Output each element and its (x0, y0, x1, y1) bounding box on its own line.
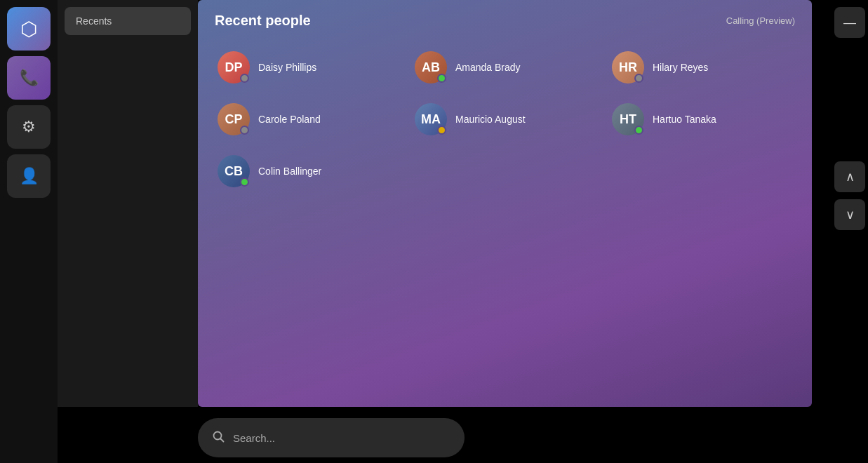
contact-name-carole: Carole Poland (258, 114, 321, 125)
avatar-wrap-colin: CB (218, 155, 250, 187)
contact-amanda[interactable]: AB Amanda Brady (406, 41, 603, 93)
status-dot-colin (240, 177, 249, 187)
minimize-icon: — (843, 15, 856, 30)
contact-colin[interactable]: CB Colin Ballinger (209, 145, 406, 197)
contact-carole[interactable]: CP Carole Poland (209, 93, 406, 145)
profile-icon: 👤 (20, 167, 39, 185)
calls-nav-icon[interactable]: 📞 (7, 56, 51, 100)
contact-hartuo[interactable]: HT Hartuo Tanaka (603, 93, 801, 145)
nav-item-recents[interactable]: Recents (65, 7, 191, 35)
scroll-down-button[interactable]: ∨ (834, 199, 865, 230)
settings-icon: ⚙ (22, 118, 36, 136)
avatar-wrap-hartuo: HT (612, 103, 644, 135)
avatar-wrap-amanda: AB (415, 51, 447, 83)
nav-panel: Recents (58, 0, 198, 407)
status-dot-amanda (437, 74, 446, 83)
main-header: Recent people Calling (Preview) (198, 0, 812, 36)
avatar-wrap-carole: CP (218, 103, 250, 135)
teams-icon: ⬡ (20, 18, 37, 41)
profile-nav-icon[interactable]: 👤 (7, 154, 51, 198)
settings-nav-icon[interactable]: ⚙ (7, 105, 51, 149)
search-bar (198, 418, 465, 457)
contact-name-mauricio: Mauricio August (455, 114, 526, 125)
contacts-grid: DP Daisy Phillips AB Amanda Brady HR Hil… (198, 36, 812, 203)
page-title: Recent people (215, 13, 311, 29)
contact-name-colin: Colin Ballinger (258, 166, 321, 177)
status-dot-mauricio (437, 126, 446, 135)
contact-name-hilary: Hilary Reyes (653, 62, 708, 73)
status-dot-hartuo (634, 126, 643, 135)
contact-mauricio[interactable]: MA Mauricio August (406, 93, 603, 145)
sidebar: ⬡ 📞 ⚙ 👤 (0, 0, 58, 463)
contact-name-hartuo: Hartuo Tanaka (653, 114, 716, 125)
scroll-up-button[interactable]: ∧ (834, 161, 865, 192)
avatar-wrap-mauricio: MA (415, 103, 447, 135)
calls-icon: 📞 (20, 69, 39, 87)
contact-name-daisy: Daisy Phillips (258, 62, 316, 73)
svg-point-0 (214, 431, 222, 439)
chevron-down-icon: ∨ (846, 207, 855, 222)
chevron-up-icon: ∧ (846, 169, 855, 184)
avatar-wrap-hilary: HR (612, 51, 644, 83)
minimize-button[interactable]: — (834, 7, 865, 38)
search-bar-wrap (198, 412, 465, 463)
status-dot-carole (240, 126, 249, 135)
svg-line-1 (221, 438, 224, 441)
calling-preview-label: Calling (Preview) (726, 15, 795, 26)
status-dot-daisy (240, 74, 249, 83)
teams-nav-icon[interactable]: ⬡ (7, 7, 51, 51)
main-content-area: Recent people Calling (Preview) DP Daisy… (198, 0, 812, 407)
contact-name-amanda: Amanda Brady (455, 62, 521, 73)
search-icon (212, 430, 225, 446)
search-input[interactable] (233, 432, 450, 444)
contact-hilary[interactable]: HR Hilary Reyes (603, 41, 801, 93)
contact-daisy[interactable]: DP Daisy Phillips (209, 41, 406, 93)
status-dot-hilary (634, 74, 643, 83)
avatar-wrap-daisy: DP (218, 51, 250, 83)
right-controls: — ∧ ∨ (832, 0, 868, 407)
